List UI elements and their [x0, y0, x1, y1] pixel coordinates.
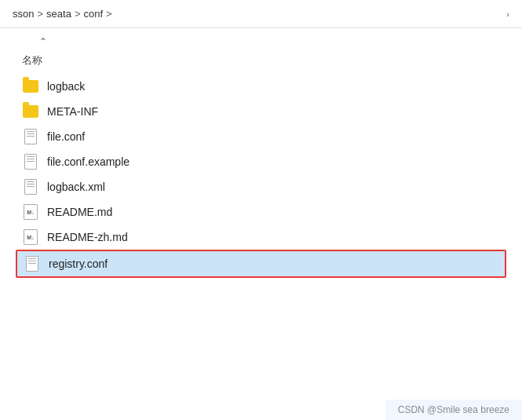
md-file-icon: M↓ [22, 203, 39, 221]
watermark-text: CSDN @Smile sea breeze [398, 404, 509, 415]
doc-file-icon [22, 128, 39, 145]
breadcrumb-sep-3: > [106, 8, 112, 20]
file-name: file.conf [47, 130, 85, 143]
breadcrumb-lesson[interactable]: sson [13, 8, 34, 20]
breadcrumb-sep-2: > [75, 8, 81, 20]
breadcrumb-seata[interactable]: seata [46, 8, 71, 20]
file-item[interactable]: logback [16, 74, 506, 99]
breadcrumb-sep-1: > [37, 8, 43, 20]
folder-icon [22, 103, 39, 120]
file-explorer: ⌃ 名称 logbackMETA-INFfile.conffile.conf.e… [0, 28, 522, 286]
file-name: logback [47, 80, 85, 93]
doc-file-icon [22, 153, 39, 170]
file-item[interactable]: registry.conf [16, 250, 506, 278]
watermark-bar: CSDN @Smile sea breeze [385, 400, 522, 420]
file-name: logback.xml [47, 181, 105, 193]
column-header-name: 名称 [16, 50, 506, 74]
md-file-icon: M↓ [22, 228, 39, 246]
file-name: README.md [47, 206, 112, 218]
file-item[interactable]: M↓README-zh.md [16, 225, 506, 250]
breadcrumb-conf[interactable]: conf [83, 8, 103, 20]
breadcrumb-trailing-arrow: › [506, 9, 509, 19]
file-name: file.conf.example [47, 155, 130, 168]
file-item[interactable]: M↓README.md [16, 199, 506, 225]
doc-file-icon [24, 255, 41, 272]
file-name: README-zh.md [47, 231, 128, 243]
breadcrumb: sson > seata > conf > › [0, 0, 522, 28]
file-item[interactable]: logback.xml [16, 174, 506, 199]
file-name: registry.conf [49, 257, 108, 270]
sort-up-arrow: ⌃ [39, 36, 47, 47]
doc-file-icon [22, 178, 39, 195]
file-list: logbackMETA-INFfile.conffile.conf.exampl… [16, 74, 506, 278]
file-item[interactable]: file.conf [16, 124, 506, 149]
column-name-label: 名称 [22, 53, 42, 68]
file-item[interactable]: META-INF [16, 99, 506, 124]
file-name: META-INF [47, 105, 98, 118]
file-item[interactable]: file.conf.example [16, 149, 506, 174]
folder-icon [22, 78, 39, 95]
